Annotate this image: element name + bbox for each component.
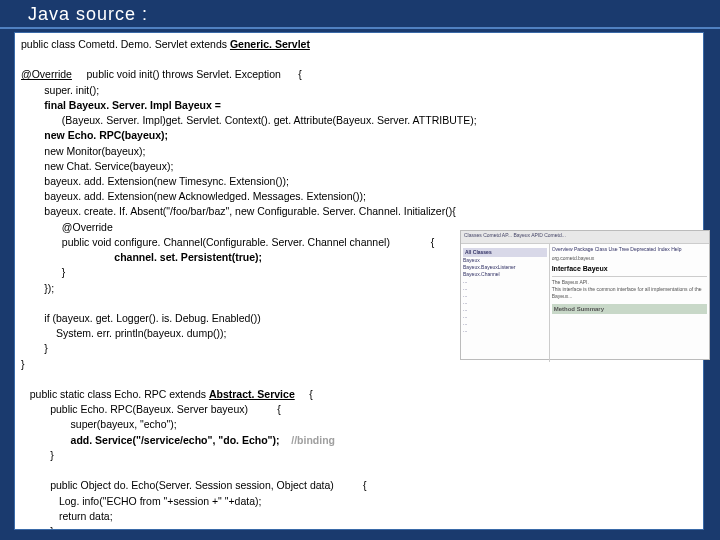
code-line: @Override — [21, 68, 72, 80]
inset-tabs: Classes Cometd AP... Bayeux APID Cometd.… — [461, 231, 709, 244]
code-line: public static class Echo. RPC extends — [21, 388, 209, 400]
code-line: public Echo. RPC(Bayeux. Server bayeux) … — [21, 403, 281, 415]
code-line: final Bayeux. Server. Impl Bayeux = — [21, 99, 221, 111]
code-line: bayeux. add. Extension(new Acknowledged.… — [21, 190, 366, 202]
code-line: public void init() throws Servlet. Excep… — [72, 68, 302, 80]
code-line: new Monitor(bayeux); — [21, 145, 145, 157]
code-line: public class Cometd. Demo. Servlet exten… — [21, 38, 230, 50]
inset-description: The Bayeux API. This interface is the co… — [552, 279, 707, 300]
code-line: super(bayeux, "echo"); — [21, 418, 177, 430]
code-line: System. err. println(bayeux. dump()); — [21, 327, 226, 339]
code-line: bayeux. add. Extension(new Timesync. Ext… — [21, 175, 289, 187]
code-line: }); — [21, 282, 54, 294]
code-line: } — [21, 525, 54, 530]
slide-title: Java source : — [0, 0, 720, 29]
code-line: @Override — [21, 221, 113, 233]
code-comment: //binding — [280, 434, 335, 446]
code-line: return data; — [21, 510, 113, 522]
code-line: new Echo. RPC(bayeux); — [21, 129, 168, 141]
code-line: bayeux. create. If. Absent("/foo/bar/baz… — [21, 205, 456, 217]
javadoc-inset: Classes Cometd AP... Bayeux APID Cometd.… — [460, 230, 710, 360]
inset-right-pane: Overview Package Class Use Tree Deprecat… — [550, 244, 709, 362]
code-line: { — [295, 388, 313, 400]
inset-nav: Overview Package Class Use Tree Deprecat… — [552, 246, 707, 253]
inset-method-summary: Method Summary — [552, 304, 707, 314]
inset-interface-title: Interface Bayeux — [552, 264, 707, 274]
code-line: } — [21, 342, 48, 354]
code-line: super. init(); — [21, 84, 99, 96]
inset-class-list: Bayeux Bayeux.BayeuxListener Bayeux.Chan… — [463, 257, 547, 334]
code-line: public void configure. Channel(Configura… — [21, 236, 434, 248]
code-line: public Object do. Echo(Server. Session s… — [21, 479, 367, 491]
code-line: new Chat. Service(bayeux); — [21, 160, 173, 172]
code-line: add. Service("/service/echo", "do. Echo"… — [21, 434, 280, 446]
code-line: (Bayeux. Server. Impl)get. Servlet. Cont… — [21, 114, 477, 126]
code-line: Log. info("ECHO from "+session +" "+data… — [21, 495, 261, 507]
code-line: Generic. Servlet — [230, 38, 310, 50]
code-line: } — [21, 449, 54, 461]
inset-package: org.cometd.bayeux — [552, 255, 707, 262]
inset-left-pane: All Classes Bayeux Bayeux.BayeuxListener… — [461, 244, 550, 362]
code-line: } — [21, 266, 65, 278]
code-line: channel. set. Persistent(true); — [21, 251, 262, 263]
code-line: } — [21, 358, 25, 370]
inset-classes-header: All Classes — [463, 248, 547, 257]
code-line: if (bayeux. get. Logger(). is. Debug. En… — [21, 312, 261, 324]
code-line: Abstract. Service — [209, 388, 295, 400]
